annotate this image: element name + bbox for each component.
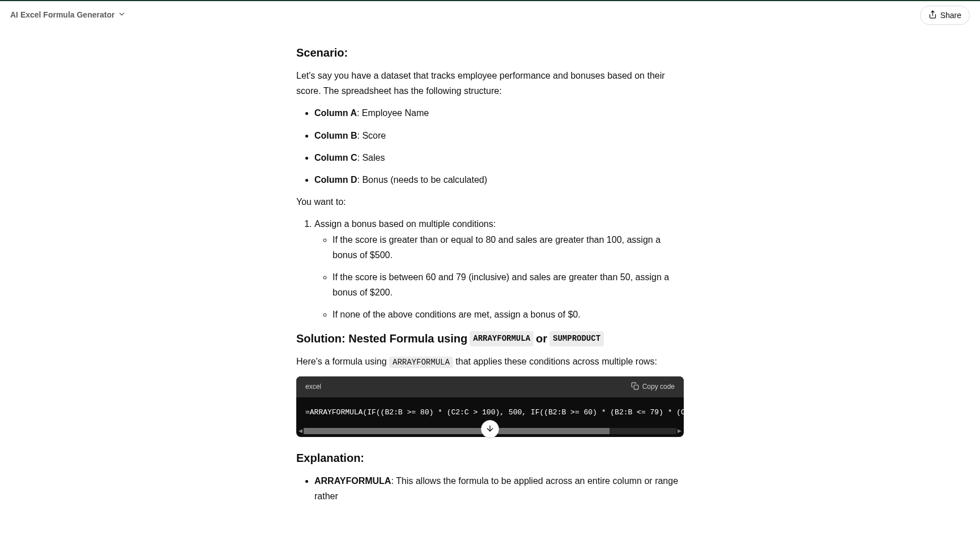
scroll-right-arrow-icon: ▶ (678, 427, 681, 435)
svg-rect-1 (634, 385, 638, 389)
share-icon (928, 10, 937, 20)
conditions-list: If the score is greater than or equal to… (314, 232, 684, 323)
solution-intro: Here's a formula using ARRAYFORMULA that… (296, 354, 684, 370)
list-item: ARRAYFORMULA: This allows the formula to… (314, 473, 684, 504)
column-list: Column A: Employee Name Column B: Score … (296, 105, 684, 187)
inline-code: ARRAYFORMULA (470, 331, 534, 347)
list-item: If the score is between 60 and 79 (inclu… (333, 269, 684, 300)
list-item: Column A: Employee Name (314, 105, 684, 121)
explanation-heading: Explanation: (296, 448, 684, 468)
scenario-intro: Let's say you have a dataset that tracks… (296, 68, 684, 98)
scenario-heading: Scenario: (296, 43, 684, 62)
title-dropdown[interactable]: AI Excel Formula Generator (10, 7, 126, 23)
arrow-down-icon (485, 424, 495, 435)
list-item: Column D: Bonus (needs to be calculated) (314, 172, 684, 187)
copy-label: Copy code (642, 383, 675, 391)
list-item: If the score is greater than or equal to… (333, 232, 684, 263)
you-want-to: You want to: (296, 194, 684, 209)
inline-code: SUMPRODUCT (549, 331, 604, 347)
scroll-down-button[interactable] (481, 420, 499, 438)
app-title: AI Excel Formula Generator (10, 8, 114, 22)
code-language: excel (305, 381, 321, 392)
code-header: excel Copy code (296, 376, 684, 397)
list-item: Assign a bonus based on multiple conditi… (314, 216, 684, 322)
inline-code: ARRAYFORMULA (389, 357, 453, 368)
list-item: If none of the above conditions are met,… (333, 307, 684, 322)
scroll-thumb[interactable] (304, 428, 610, 434)
list-item: Column B: Score (314, 128, 684, 143)
share-label: Share (940, 11, 961, 20)
chevron-down-icon (118, 7, 126, 23)
explanation-list: ARRAYFORMULA: This allows the formula to… (296, 473, 684, 504)
task-list: Assign a bonus based on multiple conditi… (296, 216, 684, 322)
list-item: Column C: Sales (314, 150, 684, 165)
scroll-left-arrow-icon: ◀ (299, 427, 302, 435)
solution-heading: Solution: Nested Formula using ARRAYFORM… (296, 329, 684, 348)
copy-code-button[interactable]: Copy code (631, 382, 675, 392)
main-content: Scenario: Let's say you have a dataset t… (296, 29, 684, 540)
share-button[interactable]: Share (920, 6, 970, 25)
header: AI Excel Formula Generator Share (0, 1, 980, 29)
copy-icon (631, 382, 639, 392)
